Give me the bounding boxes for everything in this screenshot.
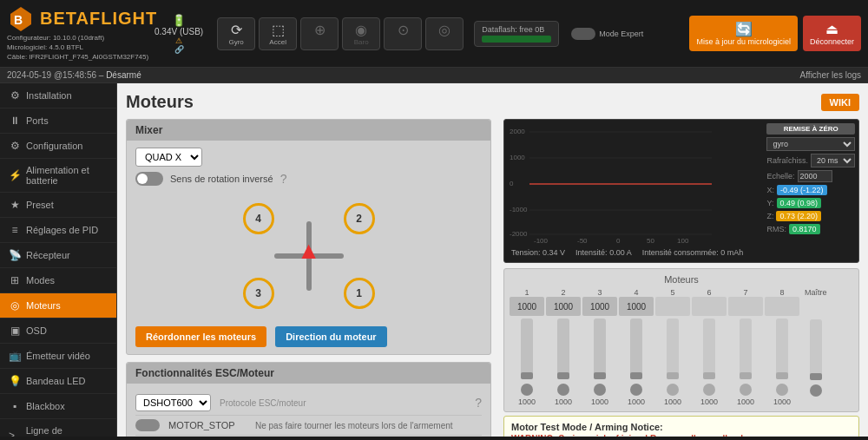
sidebar-item-blackbox[interactable]: ▪ Blackbox — [0, 394, 116, 419]
motor-slider-track-3[interactable] — [594, 319, 606, 379]
sidebar-item-pid[interactable]: ≡ Réglages de PID — [0, 218, 116, 243]
motor-slider-track-6[interactable] — [703, 319, 715, 379]
wiki-button[interactable]: WIKI — [821, 94, 859, 111]
mixer-type-select[interactable]: QUAD X — [135, 148, 202, 167]
sidebar-item-installation[interactable]: ⚙ Installation — [0, 83, 116, 108]
motor-circle-2: 2 — [344, 203, 375, 234]
mode-expert-label: Mode Expert — [599, 30, 643, 38]
y-label: Y: — [766, 199, 773, 207]
remise-zero-button[interactable]: REMISE À ZÉRO — [766, 123, 855, 135]
rotation-toggle[interactable] — [135, 172, 163, 186]
vtx-icon: 📺 — [9, 350, 21, 362]
gyro-icon: ⟳ — [231, 22, 242, 38]
motor-dot-1[interactable] — [521, 384, 533, 396]
sidebar-item-modes[interactable]: ⊞ Modes — [0, 268, 116, 293]
motor-slider-thumb-4 — [630, 372, 642, 379]
motor-stop-name: MOTOR_STOP — [168, 420, 247, 430]
sidebar-item-cli[interactable]: >_ Ligne de commande (CLI) — [0, 419, 116, 437]
page-header: Moteurs WIKI — [126, 92, 859, 112]
esc-sensor-row: ESC_SENSOR Utiliser la télémétrie ESC KI… — [135, 436, 482, 437]
led-icon: 💡 — [9, 375, 21, 387]
motor-direction-button[interactable]: Direction du moteur — [275, 326, 387, 347]
z-label: Z: — [766, 212, 773, 220]
sidebar-item-ports[interactable]: ⏸ Ports — [0, 108, 116, 134]
motor-value-8 — [765, 297, 799, 316]
mode-expert-switch[interactable] — [571, 28, 595, 40]
sidebar-item-receiver[interactable]: 📡 Récepteur — [0, 243, 116, 268]
scale-input[interactable] — [798, 170, 832, 182]
master-dot[interactable] — [810, 384, 822, 397]
motor-slider-track-4[interactable] — [630, 319, 642, 379]
chart-type-select[interactable]: gyro — [766, 137, 855, 151]
esc-protocol-select[interactable]: DSHOT600 — [135, 394, 211, 411]
sonar-icon: ◎ — [438, 22, 450, 38]
motor-slider-track-8[interactable] — [776, 319, 788, 379]
motor-stop-toggle[interactable] — [135, 419, 160, 431]
motor-col-4: 4 1000 1000 — [619, 288, 654, 406]
motor-num-6: 6 — [707, 288, 711, 297]
motor-dot-8[interactable] — [776, 384, 788, 396]
intensite-reading: Intensité: 0.00 A — [575, 248, 632, 257]
svg-text:2000: 2000 — [510, 128, 525, 135]
motor-buttons-row: Réordonner les moteurs Direction du mote… — [135, 326, 482, 347]
sidebar-item-vtx[interactable]: 📺 Émetteur vidéo — [0, 344, 116, 369]
esc-panel: Fonctionnalités ESC/Moteur DSHOT600 Prot… — [126, 362, 491, 437]
sidebar-item-motors[interactable]: ◎ Moteurs — [0, 293, 116, 319]
preset-icon: ★ — [9, 199, 21, 211]
refresh-select[interactable]: 20 ms — [811, 154, 855, 167]
motor-slider-track-7[interactable] — [740, 319, 752, 379]
motor-dot-3[interactable] — [594, 384, 606, 396]
baro-icon-group[interactable]: ◉ Baro — [342, 17, 380, 50]
show-logs-link[interactable]: Afficher les logs — [800, 70, 861, 80]
accel-icon: ⬚ — [272, 22, 285, 38]
right-column: REMISE À ZÉRO gyro Rafraîchiss. 20 ms Ec… — [503, 119, 859, 437]
motor-bottom-val-7: 1000 — [737, 397, 754, 406]
mag-icon-group[interactable]: ⊕ — [300, 17, 339, 50]
configuration-icon: ⚙ — [9, 140, 21, 152]
motor-value-5 — [655, 297, 690, 316]
motor-num-1: 1 — [524, 288, 529, 297]
motor-dot-5[interactable] — [667, 384, 679, 396]
mode-expert-toggle[interactable]: Mode Expert — [571, 28, 643, 40]
motor-dot-4[interactable] — [630, 384, 642, 396]
rotation-help-icon[interactable]: ? — [280, 172, 287, 186]
motor-diagram-area: ▲ 4 2 3 1 — [135, 191, 482, 321]
disconnect-button[interactable]: ⏏ Déconnecter — [803, 16, 861, 51]
installation-icon: ⚙ — [9, 89, 21, 102]
motor-bottom-val-5: 1000 — [664, 397, 681, 406]
motor-num-2: 2 — [561, 288, 565, 297]
update-firmware-button[interactable]: 🔄 Mise à jour du micrologiciel — [689, 16, 798, 51]
reorder-motors-button[interactable]: Réordonner les moteurs — [135, 326, 266, 347]
sonar-icon-group[interactable]: ◎ — [425, 17, 464, 50]
sidebar-item-led[interactable]: 💡 Bandeau LED — [0, 369, 116, 394]
gyro-icon-group[interactable]: ⟳ Gyro — [217, 17, 255, 50]
dataflash-bar — [482, 36, 551, 43]
motor-dot-2[interactable] — [557, 384, 569, 396]
update-label: Mise à jour du micrologiciel — [696, 37, 791, 46]
gps-icon-group[interactable]: ⊙ — [384, 17, 422, 50]
motor-slider-track-5[interactable] — [667, 319, 679, 379]
motor-num-8: 8 — [779, 288, 784, 297]
esc-protocol-help-icon[interactable]: ? — [475, 396, 482, 410]
sidebar-item-osd[interactable]: ▣ OSD — [0, 319, 116, 344]
battery-icon: 🔋 — [172, 14, 186, 27]
motor-slider-track-2[interactable] — [557, 319, 569, 379]
dataflash-area: Dataflash: free 0B — [474, 21, 559, 47]
motor-dot-7[interactable] — [740, 384, 752, 396]
sidebar-item-configuration[interactable]: ⚙ Configuration — [0, 134, 116, 159]
motor-circle-1: 1 — [344, 278, 375, 309]
motor-slider-track-1[interactable] — [521, 319, 533, 379]
motor-num-5: 5 — [670, 288, 674, 297]
master-slider-track[interactable] — [810, 319, 822, 380]
motor-diagram: ▲ 4 2 3 1 — [240, 200, 378, 312]
svg-text:0: 0 — [616, 237, 621, 245]
tension-value: 0.34 V — [542, 248, 565, 257]
sidebar-item-preset[interactable]: ★ Preset — [0, 193, 116, 218]
motor-dot-6[interactable] — [703, 384, 715, 396]
accel-icon-group[interactable]: ⬚ Accel — [259, 17, 297, 50]
logo-text: B BETAFLIGHT — [7, 5, 157, 33]
battery-warning-icon: ⚠ — [175, 36, 182, 45]
sidebar-label-installation: Installation — [26, 90, 72, 101]
intensite-consommee-label: Intensité consommée: — [642, 248, 719, 257]
sidebar-item-power[interactable]: ⚡ Alimentation et batterie — [0, 159, 116, 193]
